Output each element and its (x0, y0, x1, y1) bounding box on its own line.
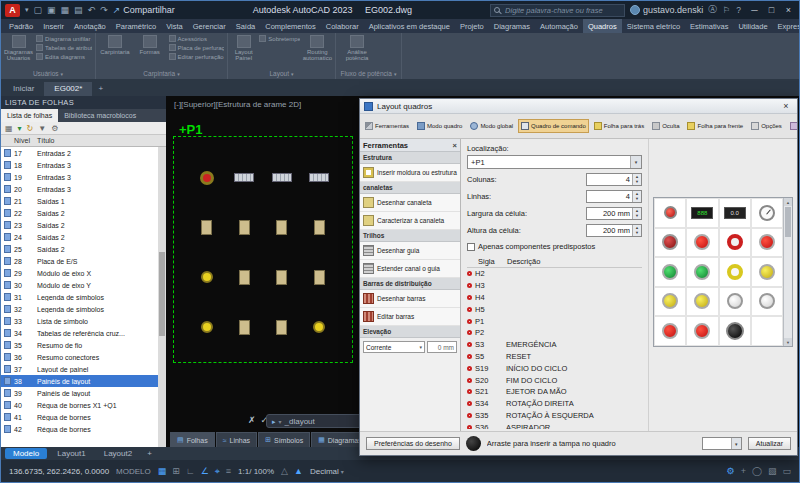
panel-component[interactable] (314, 220, 325, 235)
update-button[interactable]: Atualizar (748, 437, 791, 450)
ribbon-tab[interactable]: Complementos (260, 19, 320, 33)
placa-perfuracao-button[interactable]: Placa de perfuração (169, 44, 224, 51)
status-toggle-icon[interactable]: ▭ (782, 466, 791, 476)
column-header-titulo[interactable]: Título (37, 137, 166, 144)
sheet-row[interactable]: 19 Entradas 3 (1, 171, 158, 183)
component-table-row[interactable]: S3 EMERGÊNCIA (467, 339, 642, 351)
component-cell[interactable] (751, 257, 783, 287)
share-button[interactable]: Compartilhar (113, 5, 175, 15)
drawing-preferences-button[interactable]: Preferências do desenho (366, 437, 460, 450)
search-input[interactable] (503, 5, 621, 16)
drawing-view-tab[interactable]: ▤ Folhas (170, 432, 215, 447)
dialog-toolbar-button[interactable]: Modo global (467, 119, 516, 133)
dialog-title-bar[interactable]: Layout quadros × (360, 99, 797, 114)
component-cell[interactable] (686, 257, 718, 287)
component-cell[interactable] (751, 287, 783, 317)
layout-tab[interactable]: Modelo (5, 448, 47, 459)
sheet-row[interactable]: 28 Placa de E/S (1, 255, 158, 267)
panel-label-fluxo[interactable]: Fluxo de potência (336, 68, 401, 79)
component-cell[interactable] (719, 257, 751, 287)
sheet-list-tab[interactable]: Biblioteca macroblocos (58, 109, 142, 122)
component-table-row[interactable]: H2 (467, 268, 642, 280)
status-toggle-icon[interactable]: △ (281, 466, 288, 476)
new-layout-button[interactable]: + (142, 448, 157, 459)
user-account[interactable]: gustavo.denski (630, 5, 703, 15)
component-table-row[interactable]: P1 (467, 315, 642, 327)
panel-cap-swatch[interactable] (466, 436, 481, 451)
panel-component[interactable] (314, 270, 325, 285)
component-cell[interactable] (719, 316, 751, 346)
sheet-row[interactable]: 24 Saídas 2 (1, 231, 158, 243)
panel-component[interactable] (239, 320, 250, 335)
status-toggle-icon[interactable]: ▦ (158, 466, 167, 477)
layout-painel-button[interactable]: Layout Painel (231, 35, 256, 62)
ribbon-tab[interactable]: Inserir (38, 19, 69, 33)
panel-component[interactable] (201, 271, 213, 283)
panel-component[interactable] (309, 173, 329, 182)
component-cell[interactable] (686, 228, 718, 258)
status-toggle-icon[interactable]: ≡ (226, 466, 231, 477)
sheet-row[interactable]: 20 Entradas 3 (1, 183, 158, 195)
sheet-row[interactable]: 18 Entradas 3 (1, 159, 158, 171)
status-toggle-icon[interactable]: + (741, 466, 746, 476)
component-table-row[interactable]: S19 INÍCIO DO CICLO (467, 362, 642, 374)
sheet-list-toolbar-icon[interactable]: ⚙ (51, 124, 58, 133)
units-dropdown[interactable]: Decimal (310, 467, 344, 476)
annotation-scale-readout[interactable]: 1:1/ 100% (238, 467, 274, 476)
sheet-row[interactable]: 35 Resumo de fio (1, 339, 158, 351)
ribbon-tab[interactable]: Estimativas (685, 19, 733, 33)
dialog-toolbar-button[interactable]: Folha para frente (684, 119, 746, 133)
sheet-row[interactable]: 30 Módulo de eixo Y (1, 279, 158, 291)
component-cell[interactable] (654, 316, 686, 346)
window-control-button[interactable]: □ (763, 1, 780, 19)
scroll-up-icon[interactable] (784, 198, 792, 206)
palette-entry[interactable]: Estender canal o guia (360, 260, 460, 278)
acessorios-button[interactable]: Acessórios (169, 35, 224, 42)
spinner-down-icon[interactable] (633, 196, 641, 202)
spinner-down-icon[interactable] (633, 213, 641, 219)
formas-button[interactable]: Formas (134, 35, 166, 55)
ribbon-tab[interactable]: Projeto (455, 19, 489, 33)
window-control-button[interactable]: ─ (746, 1, 763, 19)
model-space-label[interactable]: MODELO (116, 467, 151, 476)
palette-entry[interactable]: Barras de distribuição (360, 278, 460, 290)
ribbon-tab[interactable]: Sistema eletrico (622, 19, 685, 33)
dropdown-arrow-icon[interactable] (731, 438, 741, 449)
palette-entry[interactable]: Desenhar canaleta (360, 194, 460, 212)
ribbon-tab[interactable]: Vista (161, 19, 188, 33)
spinner-input[interactable]: 4 (586, 190, 642, 203)
sheet-row[interactable]: 29 Módulo de eixo X (1, 267, 158, 279)
palette-entry[interactable]: Trilhos (360, 230, 460, 242)
ribbon-tab[interactable]: Aplicativos em destaque (364, 19, 455, 33)
panel-component[interactable] (239, 270, 250, 285)
editar-perfuracao-button[interactable]: Editar perfuração (169, 53, 224, 60)
dialog-toolbar-button[interactable]: Folha para trás (591, 119, 647, 133)
dialog-close-button[interactable]: × (779, 101, 793, 111)
document-tab[interactable]: Iniciar (3, 82, 44, 96)
qat-icon[interactable]: ▦ (61, 5, 70, 15)
panel-component[interactable] (239, 220, 250, 235)
edita-diagrams-button[interactable]: Edita diagrams (36, 53, 92, 60)
sheet-row[interactable]: 32 Legenda de símbolos (1, 303, 158, 315)
component-table-row[interactable]: H3 (467, 280, 642, 292)
status-toggle-icon[interactable]: ∠ (201, 466, 209, 477)
component-cell[interactable] (751, 316, 783, 346)
status-toggle-icon[interactable]: ⊞ (172, 466, 180, 477)
command-history-icon[interactable] (279, 417, 282, 426)
palette-entry[interactable]: Elevação (360, 326, 460, 338)
new-document-tab-button[interactable]: + (92, 82, 109, 96)
dialog-toolbar-button[interactable]: Ferramentas (362, 119, 412, 133)
panel-label-usuarios[interactable]: Usuários (1, 68, 95, 79)
gallery-scrollbar[interactable] (783, 198, 792, 346)
panel-component[interactable] (201, 321, 213, 333)
status-toggle-icon[interactable]: ▲ (294, 466, 303, 476)
ribbon-tab[interactable]: Automação (535, 19, 583, 33)
status-toggle-icon[interactable]: ∟ (186, 466, 195, 477)
ribbon-tab[interactable]: Saída (231, 19, 261, 33)
palette-entry[interactable]: Desenhar barras (360, 290, 460, 308)
dialog-toolbar-button[interactable]: Opções (748, 119, 785, 133)
titlebar-icon[interactable]: Ⓐ (708, 4, 717, 16)
sheet-list-tab[interactable]: Lista de folhas (1, 109, 58, 122)
sheet-list-toolbar-icon[interactable]: ▦ (5, 124, 13, 133)
status-toggle-icon[interactable]: ◯ (752, 466, 762, 476)
